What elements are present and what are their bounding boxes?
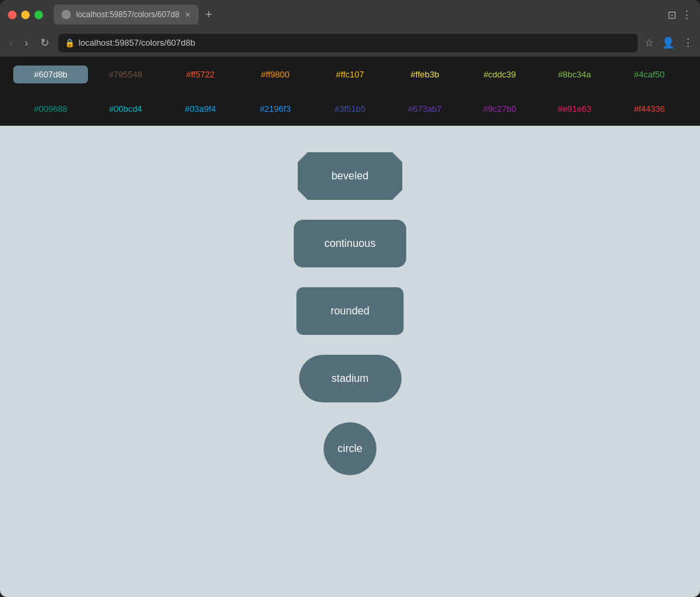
address-actions: ☆ 👤 ⋮ (644, 36, 693, 49)
minimize-button[interactable] (21, 11, 30, 19)
color-chip[interactable]: #03a9f4 (163, 100, 238, 118)
menu-icon[interactable]: ⋮ (683, 36, 693, 49)
back-button[interactable]: ‹ (7, 36, 15, 50)
color-chip[interactable]: #2196f3 (238, 100, 312, 118)
address-bar: ‹ › ↻ 🔒 localhost:59857/colors/607d8b ☆ … (0, 29, 700, 57)
main-content: beveledcontinuousroundedstadiumcircle (0, 126, 700, 597)
shape-button-stadium[interactable]: stadium (299, 355, 402, 402)
color-chip[interactable]: #009688 (13, 100, 88, 118)
reload-button[interactable]: ↻ (38, 35, 52, 50)
palette-row-1: #607d8b#795548#ff5722#ff9800#ffc107#ffeb… (0, 57, 700, 91)
color-chip[interactable]: #8bc34a (537, 66, 612, 83)
browser-window: localhost:59857/colors/607d8 ✕ + ⊡ ⋮ ‹ ›… (0, 0, 700, 597)
color-chip[interactable]: #ff9800 (238, 66, 312, 83)
profile-icon[interactable]: 👤 (662, 36, 675, 49)
bookmark-icon[interactable]: ☆ (644, 36, 654, 49)
cast-icon[interactable]: ⊡ (668, 9, 676, 21)
color-chip[interactable]: #9c27b0 (462, 100, 537, 118)
color-chip[interactable]: #e91e63 (537, 100, 612, 118)
tab-bar: localhost:59857/colors/607d8 ✕ + (54, 5, 662, 24)
lock-icon: 🔒 (65, 38, 75, 48)
color-chip[interactable]: #4caf50 (612, 66, 687, 83)
traffic-lights (8, 11, 43, 19)
title-bar: localhost:59857/colors/607d8 ✕ + ⊡ ⋮ (0, 0, 700, 29)
browser-actions: ⊡ ⋮ (668, 9, 692, 21)
color-chip[interactable]: #00bcd4 (88, 100, 163, 118)
more-options-icon[interactable]: ⋮ (681, 9, 692, 21)
color-chip[interactable]: #673ab7 (388, 100, 462, 118)
address-input[interactable]: 🔒 localhost:59857/colors/607d8b (58, 34, 638, 52)
shape-button-continuous[interactable]: continuous (294, 220, 406, 267)
shape-item-circle: circle (324, 422, 376, 475)
tab-favicon (62, 10, 71, 19)
palette-row-2: #009688#00bcd4#03a9f4#2196f3#3f51b5#673a… (0, 91, 700, 126)
color-chip[interactable]: #795548 (88, 66, 163, 83)
color-chip[interactable]: #ffc107 (312, 66, 387, 83)
forward-button[interactable]: › (22, 36, 30, 50)
tab-label: localhost:59857/colors/607d8 (76, 10, 179, 19)
new-tab-button[interactable]: + (202, 8, 215, 22)
fullscreen-button[interactable] (34, 11, 43, 19)
color-chip[interactable]: #3f51b5 (312, 100, 387, 118)
shape-button-beveled[interactable]: beveled (298, 152, 402, 200)
close-button[interactable] (8, 11, 17, 19)
palette-bar: #607d8b#795548#ff5722#ff9800#ffc107#ffeb… (0, 57, 700, 126)
shape-item-stadium: stadium (299, 355, 402, 402)
active-tab[interactable]: localhost:59857/colors/607d8 ✕ (54, 5, 198, 24)
color-chip[interactable]: #ff5722 (163, 66, 238, 83)
shape-item-rounded: rounded (296, 287, 404, 335)
url-text: localhost:59857/colors/607d8b (79, 38, 195, 48)
tab-close-button[interactable]: ✕ (185, 11, 191, 19)
color-chip[interactable]: #f44336 (612, 100, 687, 118)
color-chip[interactable]: #cddc39 (462, 66, 537, 83)
color-chip[interactable]: #ffeb3b (388, 66, 462, 83)
shape-button-circle[interactable]: circle (324, 422, 376, 475)
shape-item-continuous: continuous (294, 220, 406, 267)
shape-item-beveled: beveled (298, 152, 402, 200)
shape-button-rounded[interactable]: rounded (296, 287, 404, 335)
color-chip[interactable]: #607d8b (13, 66, 88, 83)
